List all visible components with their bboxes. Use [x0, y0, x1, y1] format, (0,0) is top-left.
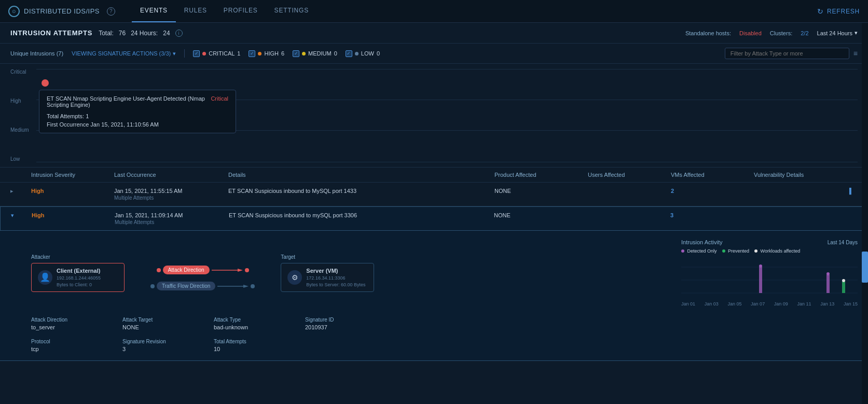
time-range-chevron: ▾ [855, 30, 858, 36]
th-product: Product Affected [494, 172, 588, 178]
critical-label: CRITICAL [209, 50, 235, 57]
standalone-value[interactable]: Disabled [739, 30, 762, 36]
th-expand [10, 172, 31, 178]
tab-profiles[interactable]: PROFILES [215, 0, 266, 22]
traffic-arrow-svg [217, 284, 249, 289]
filter-medium[interactable]: MEDIUM 0 [293, 50, 337, 57]
tab-rules[interactable]: RULES [176, 0, 215, 22]
tab-settings[interactable]: SETTINGS [266, 0, 317, 22]
tooltip-occurrence: First Occurrence Jan 15, 2021, 11:10:56 … [47, 121, 228, 128]
intrusion-activity-title: Intrusion Activity [681, 239, 722, 245]
standalone-label: Standalone hosts: [685, 30, 731, 36]
medium-checkbox[interactable] [293, 50, 299, 57]
filter-critical[interactable]: CRITICAL 1 [193, 50, 240, 57]
target-label: Target [281, 254, 374, 260]
row1-expand[interactable]: ▸ [10, 188, 31, 194]
legend-detected-label: Detected Only [687, 248, 717, 254]
field-protocol-label: Protocol [31, 339, 114, 344]
clusters-value[interactable]: 2/2 [801, 30, 808, 36]
y-label-medium: Medium [10, 127, 36, 133]
filter-low[interactable]: LOW 0 [346, 50, 380, 57]
critical-checkbox[interactable] [193, 50, 200, 57]
section-title: INTRUSION ATTEMPTS [10, 29, 92, 37]
attacker-label: Attacker [31, 254, 125, 260]
attacker-target-section: Attacker 👤 Client (External) 192.168.1.2… [31, 239, 858, 307]
tooltip-severity: Critical [211, 95, 228, 102]
field-sig-revision-label: Signature Revision [122, 339, 205, 344]
table-row-expanded: ▾ High Jan 15, 2021, 11:09:14 AM Multipl… [0, 206, 868, 231]
row2-severity-badge: High [32, 212, 44, 218]
row1-details: ET SCAN Suspicious inbound to MySQL port… [228, 188, 494, 194]
refresh-icon: ↻ [817, 7, 824, 16]
low-dot [355, 52, 359, 55]
legend-workloads-dot [754, 249, 757, 253]
field-signature-id-value: 2010937 [305, 324, 388, 330]
target-ip: 172.16.34.11:3306 [306, 275, 365, 281]
th-details: Details [228, 172, 494, 178]
arrow-dot-right [245, 268, 249, 272]
logo-icon: ⊙ [8, 6, 20, 17]
low-checkbox[interactable] [346, 50, 352, 57]
chart-line-critical [36, 69, 858, 69]
attacker-box: 👤 Client (External) 192.168.1.244:46055 … [31, 263, 125, 292]
traffic-dot-right [251, 284, 255, 288]
clusters-label: Clusters: [770, 30, 792, 36]
row2-product: NONE [494, 212, 587, 218]
help-icon[interactable]: ? [107, 7, 115, 16]
svg-marker-3 [243, 285, 249, 288]
th-occurrence: Last Occurrence [114, 172, 228, 178]
x-jan11: Jan 11 [797, 301, 811, 307]
attacker-name: Client (External) [57, 268, 101, 274]
x-jan03: Jan 03 [705, 301, 719, 307]
scrollbar-vertical[interactable] [862, 23, 868, 404]
chart-area: Critical High Medium Low ET SCAN Nmap Sc… [0, 64, 868, 168]
row2-expand[interactable]: ▾ [11, 212, 32, 219]
field-empty [396, 317, 858, 330]
field-sig-revision: Signature Revision 3 [122, 339, 205, 352]
th-vuln: Vulnerability Details [754, 172, 847, 178]
field-attack-target: Attack Target NONE [122, 317, 205, 330]
nav-tabs: EVENTS RULES PROFILES SETTINGS [132, 0, 317, 22]
high-checkbox[interactable] [249, 50, 255, 57]
tooltip-attempts-label: Total Attempts: [47, 113, 84, 119]
row1-severity: High [31, 188, 114, 194]
target-name: Server (VM) [306, 268, 365, 274]
legend-prevented: Prevented [722, 248, 750, 254]
th-users: Users Affected [588, 172, 671, 178]
chart14-subtitle: Last 14 Days [828, 240, 858, 245]
filter-high[interactable]: HIGH 6 [249, 50, 284, 57]
field-attack-direction-label: Attack Direction [31, 317, 114, 323]
critical-dot [202, 52, 206, 55]
chart-dot-critical[interactable] [42, 79, 49, 87]
attacker-section: Attacker 👤 Client (External) 192.168.1.2… [31, 254, 125, 292]
viewing-chevron: ▾ [173, 50, 176, 57]
svg-rect-11 [842, 282, 845, 293]
row1-date: Jan 15, 2021, 11:55:15 AM [114, 188, 228, 194]
time-range-dropdown[interactable]: Last 24 Hours ▾ [817, 30, 858, 36]
row2-date: Jan 15, 2021, 11:09:14 AM [115, 212, 229, 218]
target-section: Target ⚙ Server (VM) 172.16.34.11:3306 B… [281, 254, 374, 292]
viewing-signature-actions[interactable]: VIEWING SIGNATURE ACTIONS (3/3) ▾ [72, 50, 176, 57]
hours-label: 24 Hours: [131, 30, 158, 37]
table-section: Intrusion Severity Last Occurrence Detai… [0, 168, 868, 361]
filter-input[interactable] [725, 48, 849, 59]
refresh-label: REFRESH [827, 8, 860, 15]
refresh-button[interactable]: ↻ REFRESH [817, 7, 860, 16]
tab-events[interactable]: EVENTS [132, 0, 176, 22]
x-jan09: Jan 09 [774, 301, 788, 307]
attack-arrow-svg [212, 268, 243, 273]
field-attack-type: Attack Type bad-unknown [214, 317, 297, 330]
critical-count: 1 [237, 50, 240, 57]
section-info-icon[interactable]: i [175, 30, 183, 37]
scroll-thumb[interactable] [862, 252, 868, 283]
total-value: 76 [119, 30, 126, 37]
row1-severity-badge: High [31, 188, 44, 194]
chart14-xaxis: Jan 01 Jan 03 Jan 05 Jan 07 Jan 09 Jan 1… [681, 301, 858, 307]
traffic-flow-btn: Traffic Flow Direction [157, 282, 215, 290]
section-meta: Total: 76 24 Hours: 24 i [99, 30, 182, 37]
low-label: LOW [361, 50, 374, 57]
field-attack-target-value: NONE [122, 324, 205, 330]
x-jan15: Jan 15 [844, 301, 858, 307]
svg-rect-7 [759, 267, 762, 293]
filter-lines-icon[interactable]: ≡ [853, 49, 858, 58]
